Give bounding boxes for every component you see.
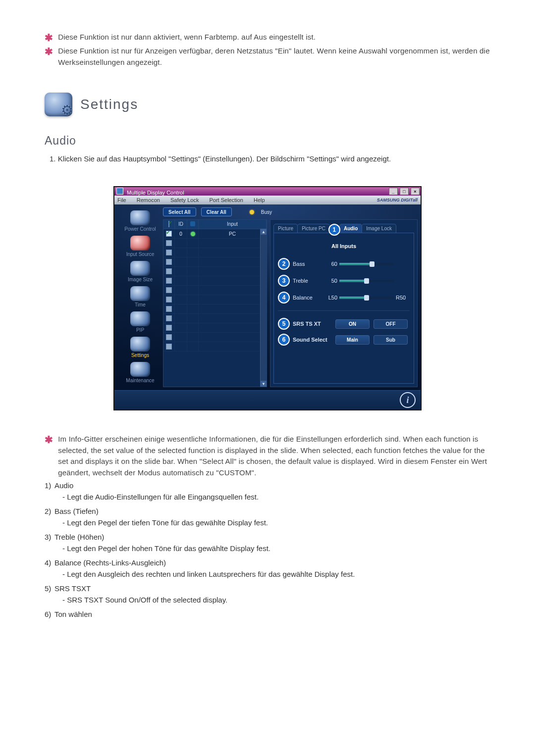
star-icon: ✱: [45, 32, 53, 44]
row-checkbox[interactable]: [166, 315, 172, 321]
treble-slider[interactable]: [339, 280, 394, 282]
balance-label: Balance: [293, 295, 323, 301]
grid-h-check: [163, 220, 175, 229]
maximize-button[interactable]: □: [400, 188, 409, 195]
marker-1: 1: [328, 224, 340, 236]
busy-label: Busy: [261, 209, 272, 215]
tabs: Picture Picture PC 1 Audio Image Lock: [273, 223, 414, 233]
balance-slider[interactable]: [339, 297, 394, 299]
list-item-sub: - Legt den Ausgleich des rechten und lin…: [62, 570, 490, 578]
checkbox-icon: [168, 221, 169, 227]
minimize-button[interactable]: _: [389, 188, 398, 195]
row-checkbox[interactable]: [166, 306, 172, 312]
window-buttons: _ □ ×: [388, 188, 420, 195]
row-checkbox[interactable]: [166, 240, 172, 246]
power-icon: [130, 210, 150, 225]
row-checkbox[interactable]: [166, 231, 172, 237]
bass-slider[interactable]: [339, 263, 394, 265]
star-icon: ✱: [45, 434, 53, 446]
step-1: 1. Klicken Sie auf das Hauptsymbol "Sett…: [50, 154, 490, 163]
settings-heading: Settings: [80, 97, 138, 112]
menu-remocon[interactable]: Remocon: [137, 197, 160, 203]
scroll-down-icon[interactable]: ▼: [261, 381, 267, 387]
list-item-sub: - Legt die Audio-Einstellungen für alle …: [62, 493, 490, 501]
sidebar-item-pip[interactable]: PIP: [117, 311, 163, 333]
bass-row: 2 Bass 60: [278, 258, 410, 270]
srs-label: SRS TS XT: [293, 321, 333, 327]
image-size-icon: [130, 261, 150, 276]
row-checkbox[interactable]: [166, 259, 172, 265]
settings-heading-row: Settings: [45, 93, 490, 116]
tab-picture-pc[interactable]: Picture PC: [297, 224, 330, 233]
select-all-button[interactable]: Select All: [163, 207, 196, 216]
treble-row: 3 Treble 50: [278, 275, 410, 287]
sidebar-item-time[interactable]: Time: [117, 286, 163, 307]
button-row: Select All Clear All Busy: [163, 207, 418, 219]
all-inputs-label: All Inputs: [278, 243, 410, 249]
row-checkbox[interactable]: [166, 344, 172, 350]
time-icon: [130, 286, 150, 301]
sound-sub-button[interactable]: Sub: [374, 335, 408, 345]
menu-port-selection[interactable]: Port Selection: [209, 197, 243, 203]
row-checkbox[interactable]: [166, 268, 172, 274]
balance-row: 4 Balance L50 R50: [278, 292, 410, 303]
right-panel: Picture Picture PC 1 Audio Image Lock Al…: [270, 219, 418, 387]
treble-label: Treble: [293, 278, 323, 284]
info-icon[interactable]: i: [400, 392, 416, 408]
grid-h-id: ID: [175, 220, 187, 229]
row-checkbox[interactable]: [166, 297, 172, 302]
menu-file[interactable]: File: [117, 197, 126, 203]
tab-audio[interactable]: Audio: [339, 224, 362, 233]
srs-on-button[interactable]: ON: [335, 319, 370, 329]
panes: ID Input 0 PC: [163, 219, 418, 387]
close-button[interactable]: ×: [411, 188, 420, 195]
title-left: Multiple Display Control: [116, 188, 184, 196]
row-checkbox[interactable]: [166, 287, 172, 293]
list-item: 1)Audio: [45, 481, 490, 490]
grid-h-status: [187, 220, 199, 229]
menu-safety-lock[interactable]: Safety Lock: [170, 197, 199, 203]
status-header-icon: [190, 221, 195, 226]
row-input: PC: [199, 229, 267, 238]
marker-5: 5: [278, 318, 290, 330]
screenshot-figure: Multiple Display Control _ □ × File Remo…: [45, 187, 490, 410]
sound-main-button[interactable]: Main: [335, 335, 370, 345]
scroll-up-icon[interactable]: ▲: [261, 229, 267, 235]
clear-all-button[interactable]: Clear All: [201, 207, 232, 216]
sidebar-item-maintenance[interactable]: Maintenance: [117, 362, 163, 383]
grid-row[interactable]: 0 PC: [163, 229, 267, 239]
sidebar-item-power[interactable]: Power Control: [117, 210, 163, 232]
row-id: 0: [175, 229, 187, 238]
top-note-1: ✱ Diese Funktion ist nur dann aktiviert,…: [45, 32, 490, 44]
busy-indicator-icon: [250, 210, 254, 214]
sound-select-label: Sound Select: [293, 337, 333, 343]
list-item: 4)Balance (Rechts-Links-Ausgleich): [45, 558, 490, 567]
row-checkbox[interactable]: [166, 278, 172, 284]
row-checkbox[interactable]: [166, 250, 172, 255]
row-checkbox[interactable]: [166, 334, 172, 340]
list-item: 2)Bass (Tiefen): [45, 507, 490, 515]
grid-scrollbar[interactable]: ▲ ▼: [260, 229, 267, 387]
sidebar-item-input-source[interactable]: Input Source: [117, 236, 163, 257]
menu-help[interactable]: Help: [254, 197, 265, 203]
srs-row: 5 SRS TS XT ON OFF: [278, 318, 410, 330]
list-item-sub: - SRS TSXT Sound On/Off of the selected …: [62, 596, 490, 604]
pip-icon: [130, 311, 150, 326]
grid-header: ID Input: [163, 220, 267, 229]
row-checkbox[interactable]: [166, 325, 172, 331]
statusbar: i: [114, 390, 421, 409]
menubar: File Remocon Safety Lock Port Selection …: [114, 196, 421, 204]
tab-picture[interactable]: Picture: [273, 224, 298, 233]
main-area: Select All Clear All Busy ID Inpu: [163, 207, 418, 387]
sidebar-item-image-size[interactable]: Image Size: [117, 261, 163, 282]
treble-value: 50: [323, 278, 337, 284]
sidebar-item-settings[interactable]: Settings: [117, 337, 163, 358]
menus: File Remocon Safety Lock Port Selection …: [117, 197, 274, 203]
list-item-sub: - Legt den Pegel der tiefen Töne für das…: [62, 518, 490, 527]
mid-note: ✱ Im Info-Gitter erscheinen einige wesen…: [45, 434, 490, 478]
bass-label: Bass: [293, 261, 323, 267]
divider: [278, 310, 410, 311]
srs-off-button[interactable]: OFF: [374, 319, 408, 329]
document-page: ✱ Diese Funktion ist nur dann aktiviert,…: [0, 0, 535, 651]
tab-image-lock[interactable]: Image Lock: [362, 224, 396, 233]
